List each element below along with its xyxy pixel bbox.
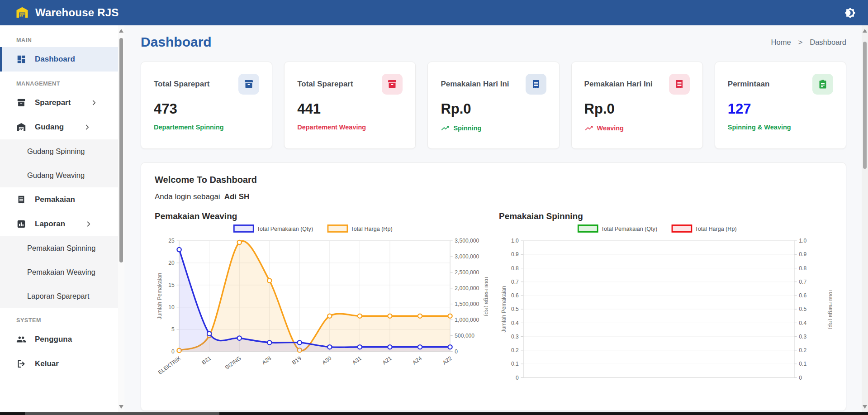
svg-text:0.5: 0.5 [511, 306, 519, 312]
app-title: Warehouse RJS [35, 6, 119, 19]
svg-text:1.0: 1.0 [799, 238, 806, 244]
svg-text:0.2: 0.2 [511, 347, 519, 353]
login-prefix: Anda login sebagai [155, 192, 220, 201]
trending-up-icon [584, 124, 593, 133]
top-navbar: Warehouse RJS [0, 0, 868, 25]
svg-text:Total Pemakaian (Qty): Total Pemakaian (Qty) [257, 226, 313, 232]
chart-pemakaian-weaving: Pemakaian Weaving 05101520250500,0001,00… [155, 211, 488, 391]
svg-text:Total Harga (Rp): Total Harga (Rp) [695, 226, 736, 232]
chart-title: Pemakaian Spinning [499, 211, 832, 221]
svg-text:0.9: 0.9 [799, 251, 806, 258]
breadcrumb-current[interactable]: Dashboard [810, 38, 846, 47]
scroll-down-arrow-icon[interactable] [119, 405, 123, 409]
sidebar-item-pemakaian[interactable]: Pemakaian [0, 187, 118, 212]
stat-card-pemakaian-hari-ini-spinning: Pemakaian Hari Ini Rp.0 Spinning [427, 62, 559, 149]
sidebar-item-label: Laporan [35, 219, 65, 229]
scroll-up-arrow-icon[interactable] [119, 29, 123, 33]
main-scrollbar[interactable] [862, 25, 868, 412]
sidebar-item-gudang-weaving[interactable]: Gudang Weaving [0, 163, 118, 187]
card-footer: Departement Weaving [297, 124, 403, 131]
sidebar-item-sparepart[interactable]: Sparepart [0, 91, 118, 115]
horizontal-scrollbar[interactable] [0, 412, 868, 415]
svg-text:1.0: 1.0 [511, 238, 519, 244]
breadcrumb-separator: > [798, 38, 803, 47]
svg-text:0: 0 [799, 375, 802, 381]
chevron-right-icon [91, 100, 97, 106]
sidebar-item-laporan[interactable]: Laporan [0, 212, 118, 236]
card-footer-label: Spinning [453, 124, 481, 132]
brightness-icon [844, 7, 856, 19]
svg-text:Jumlah Pemakaian: Jumlah Pemakaian [157, 273, 163, 320]
sidebar-item-laporan-sparepart[interactable]: Laporan Sparepart [0, 284, 118, 308]
svg-text:0.3: 0.3 [799, 334, 806, 340]
warehouse-icon [16, 122, 26, 132]
login-line: Anda login sebagaiAdi SH [155, 192, 832, 201]
svg-text:ELEKTRIK: ELEKTRIK [157, 355, 182, 376]
breadcrumb-home[interactable]: Home [771, 38, 791, 47]
stat-cards-row: Total Sparepart 473 Departement Spinning… [141, 62, 846, 149]
svg-text:0.1: 0.1 [799, 361, 806, 367]
card-title: Pemakaian Hari Ini [441, 80, 509, 89]
svg-text:0: 0 [455, 348, 458, 355]
sidebar-item-label: Keluar [35, 359, 59, 368]
svg-text:5: 5 [171, 326, 175, 333]
svg-text:0.4: 0.4 [799, 320, 806, 326]
gudang-submenu: Gudang Spinning Gudang Weaving [0, 139, 118, 187]
horizontal-scrollbar-thumb[interactable] [25, 412, 219, 415]
logged-in-user: Adi SH [224, 192, 250, 201]
svg-text:500,000: 500,000 [455, 333, 474, 339]
receipt-icon [16, 195, 26, 205]
sidebar-item-gudang[interactable]: Gudang [0, 115, 118, 139]
svg-text:0.3: 0.3 [511, 334, 519, 340]
section-label-management: MANAGEMENT [0, 72, 118, 91]
sidebar-item-label: Sparepart [35, 98, 71, 107]
sidebar-item-dashboard[interactable]: Dashboard [0, 47, 118, 72]
warehouse-logo-icon [15, 6, 29, 19]
main-scrollbar-thumb[interactable] [863, 42, 867, 169]
svg-text:25: 25 [168, 238, 175, 244]
theme-toggle-button[interactable] [842, 5, 858, 21]
sidebar-item-pemakaian-spinning[interactable]: Pemakaian Spinning [0, 236, 118, 260]
sidebar-item-label: Dashboard [35, 55, 75, 64]
svg-text:0.6: 0.6 [511, 292, 519, 299]
svg-text:0.7: 0.7 [511, 279, 519, 285]
svg-text:15: 15 [168, 282, 175, 288]
sidebar-scrollbar-thumb[interactable] [119, 38, 123, 262]
main-content: Dashboard Home > Dashboard Total Sparepa… [124, 25, 862, 412]
clipboard-icon [812, 74, 833, 95]
sidebar-item-pengguna[interactable]: Pengguna [0, 327, 118, 352]
svg-text:Total Harga (Rp): Total Harga (Rp) [351, 226, 392, 232]
card-value: 441 [297, 101, 403, 117]
svg-text:A24: A24 [411, 355, 423, 366]
chart-pemakaian-spinning: Pemakaian Spinning 00.10.20.30.40.50.60.… [499, 211, 832, 391]
sidebar-item-keluar[interactable]: Keluar [0, 352, 118, 376]
sidebar-scrollbar[interactable] [118, 25, 124, 412]
spinning-line-chart: 00.10.20.30.40.50.60.70.80.91.000.10.20.… [499, 222, 832, 391]
svg-text:0.8: 0.8 [799, 265, 806, 272]
card-title: Total Sparepart [297, 80, 353, 89]
sidebar-item-label: Gudang [35, 123, 64, 132]
welcome-card: Welcome To Dashboard Anda login sebagaiA… [141, 162, 846, 411]
laporan-submenu: Pemakaian Spinning Pemakaian Weaving Lap… [0, 236, 118, 308]
scroll-down-arrow-icon[interactable] [863, 405, 867, 409]
archive-icon [382, 74, 403, 95]
page-title: Dashboard [141, 34, 212, 50]
svg-text:0.2: 0.2 [799, 347, 806, 353]
breadcrumb: Home > Dashboard [771, 38, 846, 47]
svg-text:2,500,000: 2,500,000 [455, 269, 479, 276]
sidebar-item-gudang-spinning[interactable]: Gudang Spinning [0, 139, 118, 163]
sidebar-item-pemakaian-weaving[interactable]: Pemakaian Weaving [0, 260, 118, 284]
svg-text:0.1: 0.1 [511, 361, 519, 367]
card-footer: Spinning & Weaving [728, 124, 833, 131]
svg-text:A22: A22 [441, 355, 453, 366]
card-value: Rp.0 [584, 101, 690, 117]
svg-text:3,000,000: 3,000,000 [455, 253, 479, 260]
stat-card-total-sparepart-spinning: Total Sparepart 473 Departement Spinning [141, 62, 272, 149]
card-title: Pemakaian Hari Ini [584, 80, 653, 89]
scroll-up-arrow-icon[interactable] [863, 29, 867, 33]
chevron-right-icon [85, 221, 92, 227]
sidebar-item-label: Pemakaian [35, 195, 75, 204]
weaving-line-chart: 05101520250500,0001,000,0001,500,0002,00… [155, 222, 488, 391]
trending-up-icon [441, 124, 450, 133]
users-icon [16, 334, 26, 344]
